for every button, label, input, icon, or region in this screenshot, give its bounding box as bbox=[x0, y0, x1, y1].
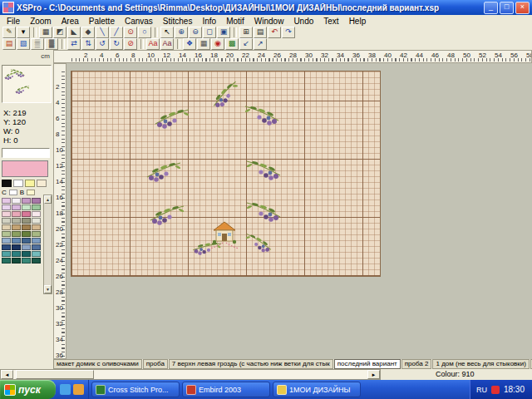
zoom-fit-icon[interactable]: ▣ bbox=[217, 27, 230, 38]
palette-scroll-up-icon[interactable]: ▲ bbox=[44, 195, 52, 204]
menu-help[interactable]: Help bbox=[344, 16, 372, 27]
zoom-out-icon[interactable]: ⊖ bbox=[189, 27, 202, 38]
menu-canvas[interactable]: Canvas bbox=[120, 16, 158, 27]
quick-launch-icon-1[interactable] bbox=[60, 384, 71, 395]
palette-scroll-down-icon[interactable]: ▼ bbox=[44, 285, 52, 293]
palette-chip[interactable] bbox=[12, 204, 21, 210]
palette-chip[interactable] bbox=[2, 224, 11, 230]
solid-view-icon[interactable]: ▓ bbox=[45, 38, 58, 50]
palette-chip[interactable] bbox=[2, 251, 11, 257]
palette-chip[interactable] bbox=[12, 211, 21, 217]
palette-chip[interactable] bbox=[12, 244, 21, 250]
palette-chip[interactable] bbox=[12, 251, 21, 257]
pattern-tab-4[interactable]: проба 2 bbox=[401, 359, 432, 369]
text-tool-maroon-icon[interactable]: Aa bbox=[160, 38, 174, 50]
palette-chip[interactable] bbox=[37, 180, 47, 187]
thread-palette-icon[interactable]: ▤ bbox=[2, 38, 16, 50]
pattern-tab-3[interactable]: последний вариант bbox=[334, 359, 401, 369]
palette-chip[interactable] bbox=[2, 204, 11, 210]
palette-chip[interactable] bbox=[32, 231, 41, 237]
menu-info[interactable]: Info bbox=[197, 16, 221, 27]
taskbar-item-2[interactable]: 1МОИ ДИЗАЙНЫ bbox=[273, 382, 361, 397]
palette-chip[interactable] bbox=[2, 244, 11, 250]
knot-tool-icon[interactable]: ◉ bbox=[211, 38, 224, 50]
symbol-view-icon[interactable]: ▒ bbox=[31, 38, 44, 50]
rotate-left-icon[interactable]: ↺ bbox=[96, 38, 109, 50]
bead-tool-icon[interactable]: ○ bbox=[138, 27, 151, 38]
taskbar-item-0[interactable]: Cross Stitch Pro... bbox=[91, 382, 180, 397]
palette-chip[interactable] bbox=[32, 198, 41, 204]
palette-chip[interactable] bbox=[32, 244, 41, 250]
palette-chip[interactable] bbox=[25, 180, 35, 187]
half-stitch-icon[interactable]: ◩ bbox=[53, 27, 66, 38]
pencil-tool-icon[interactable]: ✎ bbox=[2, 27, 16, 38]
maximize-button[interactable]: □ bbox=[500, 2, 514, 14]
palette-chip[interactable] bbox=[12, 218, 21, 224]
start-button[interactable]: пуск bbox=[0, 380, 56, 399]
menu-motif[interactable]: Motif bbox=[221, 16, 249, 27]
three-quarter-stitch-icon[interactable]: ◆ bbox=[81, 27, 95, 38]
export-motif-icon[interactable]: ↗ bbox=[254, 38, 267, 50]
palette-chip[interactable] bbox=[22, 231, 31, 237]
quick-launch-icon-2[interactable] bbox=[73, 384, 84, 395]
menu-window[interactable]: Window bbox=[249, 16, 289, 27]
palette-chip[interactable] bbox=[32, 251, 41, 257]
selected-color-swatch[interactable] bbox=[2, 160, 48, 177]
full-stitch-icon[interactable]: ▦ bbox=[39, 27, 52, 38]
flip-horizontal-icon[interactable]: ⇄ bbox=[67, 38, 81, 50]
print-icon[interactable]: ▤ bbox=[254, 27, 267, 38]
palette-chip[interactable] bbox=[32, 258, 41, 264]
palette-chip[interactable] bbox=[9, 190, 17, 195]
minimize-button[interactable]: _ bbox=[484, 2, 498, 14]
rotate-right-icon[interactable]: ↻ bbox=[110, 38, 123, 50]
palette-chip[interactable] bbox=[12, 198, 21, 204]
menu-zoom[interactable]: Zoom bbox=[25, 16, 57, 27]
palette-chip[interactable] bbox=[22, 258, 31, 264]
palette-chip[interactable] bbox=[2, 211, 11, 217]
taskbar-item-1[interactable]: Embird 2003 bbox=[182, 382, 270, 397]
palette-chip[interactable] bbox=[2, 258, 11, 264]
palette-chip[interactable] bbox=[2, 198, 11, 204]
palette-chip[interactable] bbox=[13, 180, 23, 187]
language-indicator[interactable]: RU bbox=[476, 386, 487, 394]
flip-vertical-icon[interactable]: ⇅ bbox=[81, 38, 95, 50]
pattern-tab-5[interactable]: 1 дом (не весь для стыковки) bbox=[432, 359, 530, 369]
tray-icon[interactable] bbox=[491, 386, 500, 394]
palette-chip[interactable] bbox=[12, 238, 21, 244]
scroll-thumb[interactable] bbox=[16, 370, 94, 379]
palette-chip[interactable] bbox=[32, 224, 41, 230]
palette-chip[interactable] bbox=[27, 190, 35, 195]
zoom-in-icon[interactable]: ⊕ bbox=[175, 27, 188, 38]
grid-settings-icon[interactable]: ▦ bbox=[197, 38, 210, 50]
palette-chip[interactable] bbox=[32, 211, 41, 217]
palette-chip[interactable] bbox=[32, 218, 41, 224]
scroll-track[interactable] bbox=[13, 370, 367, 379]
scroll-right-icon[interactable]: ► bbox=[367, 370, 380, 379]
fabric-color-icon[interactable]: ▧ bbox=[17, 38, 30, 50]
menu-stitches[interactable]: Stitches bbox=[158, 16, 198, 27]
delete-stitch-icon[interactable]: ⊘ bbox=[124, 38, 137, 50]
palette-chip[interactable] bbox=[12, 258, 21, 264]
french-knot-icon[interactable]: ⊙ bbox=[124, 27, 137, 38]
palette-chip[interactable] bbox=[2, 238, 11, 244]
menu-palette[interactable]: Palette bbox=[84, 16, 120, 27]
palette-chip[interactable] bbox=[2, 180, 12, 187]
pattern-tab-2[interactable]: 7 верхн левая гроздь (с частью ниж ветки… bbox=[169, 359, 333, 369]
horizontal-scrollbar[interactable]: ◄ ► bbox=[0, 369, 381, 380]
palette-chip[interactable] bbox=[22, 204, 31, 210]
palette-chip[interactable] bbox=[22, 218, 31, 224]
palette-chip[interactable] bbox=[12, 231, 21, 237]
palette-chip[interactable] bbox=[2, 231, 11, 237]
close-button[interactable]: × bbox=[515, 2, 530, 14]
straight-stitch-icon[interactable]: ╱ bbox=[110, 27, 123, 38]
redo-arrow-icon[interactable]: ↷ bbox=[282, 27, 295, 38]
palette-chip[interactable] bbox=[32, 204, 41, 210]
palette-chip[interactable] bbox=[32, 238, 41, 244]
stitch-grid-canvas[interactable] bbox=[71, 71, 381, 277]
menu-text[interactable]: Text bbox=[318, 16, 343, 27]
palette-chip[interactable] bbox=[12, 224, 21, 230]
back-stitch-icon[interactable]: ╲ bbox=[96, 27, 109, 38]
tool-dropdown-icon[interactable]: ▾ bbox=[17, 27, 30, 38]
undo-arrow-icon[interactable]: ↶ bbox=[268, 27, 281, 38]
text-tool-red-icon[interactable]: Aa bbox=[146, 38, 160, 50]
